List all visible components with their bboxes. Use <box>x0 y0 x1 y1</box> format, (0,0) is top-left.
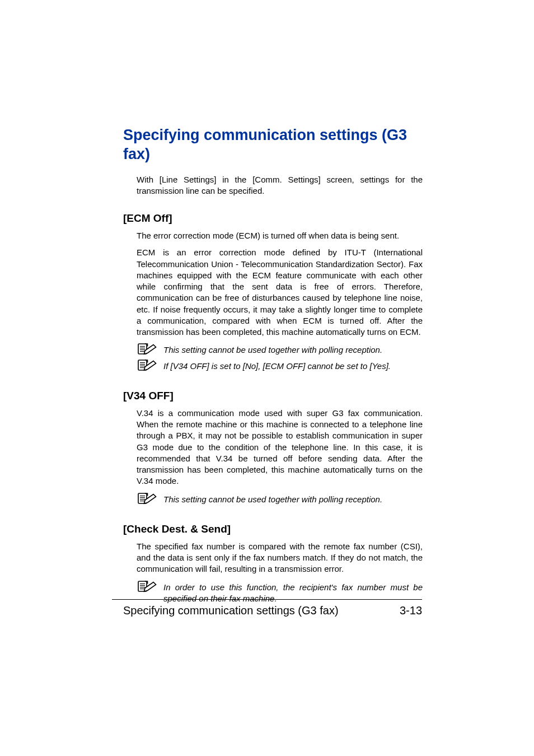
note: This setting cannot be used together wit… <box>137 343 423 356</box>
page-footer: Specifying communication settings (G3 fa… <box>112 599 422 617</box>
intro-paragraph: With [Line Settings] in the [Comm. Setti… <box>137 174 423 197</box>
body-paragraph: The specified fax number is compared wit… <box>137 541 423 575</box>
footer-line: Specifying communication settings (G3 fa… <box>123 604 422 617</box>
note-text: This setting cannot be used together wit… <box>163 493 382 505</box>
footer-left: Specifying communication settings (G3 fa… <box>123 604 339 617</box>
section-heading: [V34 OFF] <box>123 390 423 402</box>
body-paragraph: ECM is an error correction mode defined … <box>137 247 423 338</box>
note: This setting cannot be used together wit… <box>137 493 423 505</box>
section-heading: [ECM Off] <box>123 212 423 225</box>
footer-right: 3-13 <box>400 604 422 617</box>
note-icon <box>137 358 157 372</box>
page-title: Specifying communication settings (G3 fa… <box>123 126 423 164</box>
note-icon <box>137 580 157 593</box>
note-text: This setting cannot be used together wit… <box>163 343 382 356</box>
note-text: If [V34 OFF] is set to [No], [ECM OFF] c… <box>163 360 391 372</box>
note-icon <box>137 492 157 505</box>
content-area: Specifying communication settings (G3 fa… <box>123 126 423 604</box>
note-icon <box>137 342 157 356</box>
body-paragraph: V.34 is a communication mode used with s… <box>137 408 423 487</box>
document-page: Specifying communication settings (G3 fa… <box>0 0 534 756</box>
body-paragraph: The error correction mode (ECM) is turne… <box>137 230 423 241</box>
footer-rule <box>112 599 422 600</box>
note: If [V34 OFF] is set to [No], [ECM OFF] c… <box>137 360 423 372</box>
section-heading: [Check Dest. & Send] <box>123 523 423 535</box>
